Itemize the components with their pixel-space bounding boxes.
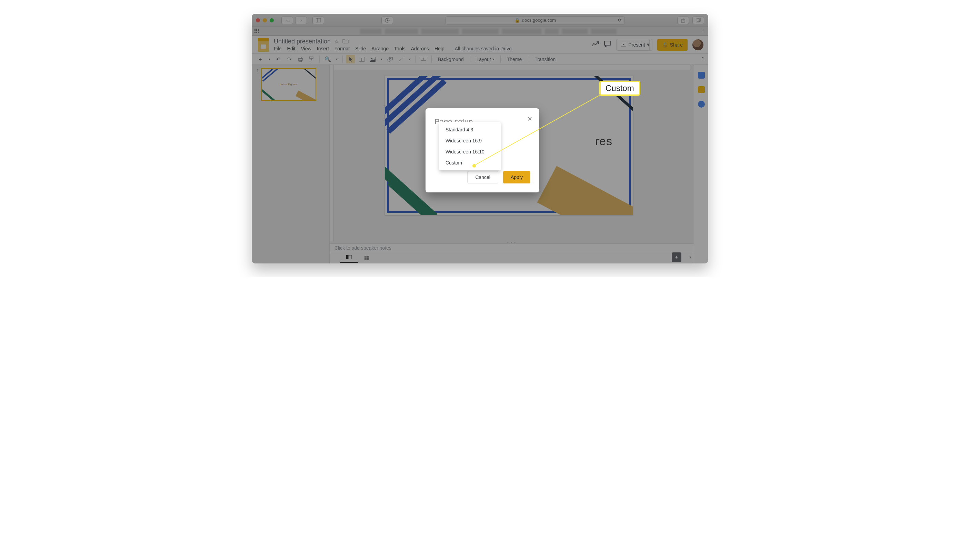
callout-line (252, 14, 708, 264)
browser-window: ‹ › 🔒 docs.google.com ⟳ (252, 14, 708, 264)
callout-dot (472, 164, 476, 168)
svg-line-26 (474, 93, 603, 165)
callout-label: Custom (599, 81, 640, 96)
